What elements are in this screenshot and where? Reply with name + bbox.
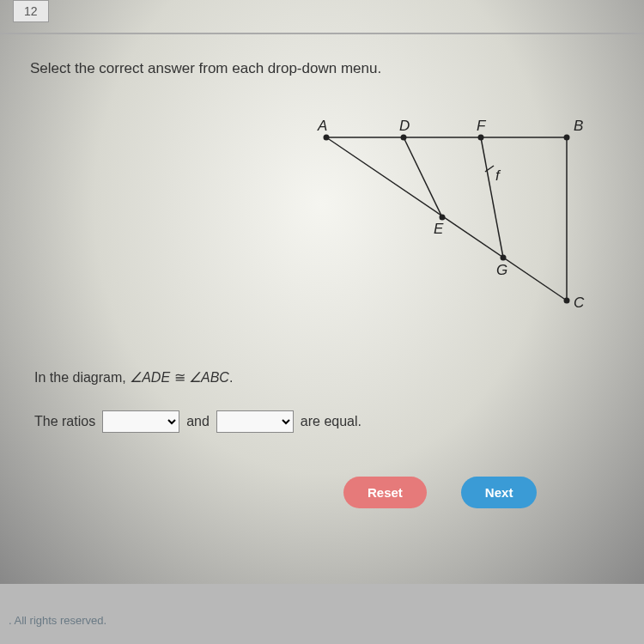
congruent-symbol: ≅ — [170, 370, 189, 385]
ratios-prefix: The ratios — [34, 414, 95, 429]
svg-point-11 — [564, 298, 570, 304]
svg-point-8 — [564, 135, 570, 141]
label-B: B — [574, 118, 583, 134]
svg-line-1 — [326, 137, 567, 301]
svg-point-6 — [401, 135, 407, 141]
button-row: Reset Next — [343, 477, 537, 508]
ratios-and: and — [186, 414, 210, 429]
page-number: 12 — [24, 4, 38, 18]
svg-point-7 — [478, 135, 484, 141]
statement-suffix: . — [229, 370, 233, 385]
svg-line-4 — [481, 137, 503, 258]
instruction-text: Select the correct answer from each drop… — [30, 60, 381, 77]
svg-line-3 — [404, 137, 442, 217]
label-f: f — [495, 167, 501, 184]
svg-point-10 — [501, 255, 507, 261]
label-A: A — [317, 118, 327, 134]
label-F: F — [477, 118, 487, 134]
ratios-suffix: are equal. — [301, 414, 361, 429]
svg-point-5 — [324, 135, 330, 141]
divider — [0, 33, 644, 34]
label-D: D — [399, 118, 410, 134]
statement-prefix: In the diagram, — [34, 370, 130, 385]
ratio-dropdown-2[interactable] — [216, 410, 294, 433]
reset-button[interactable]: Reset — [343, 477, 427, 508]
label-C: C — [574, 295, 585, 311]
footer-text: . All rights reserved. — [9, 614, 106, 627]
angle-ADE: ∠ADE — [130, 370, 170, 385]
next-button[interactable]: Next — [461, 477, 538, 508]
page-number-tab: 12 — [13, 0, 49, 22]
label-E: E — [434, 221, 444, 237]
ratios-sentence: The ratios and are equal. — [34, 410, 361, 433]
svg-point-9 — [440, 215, 446, 221]
triangle-diagram: A D F B E G C f — [292, 112, 601, 318]
angle-ABC: ∠ABC — [189, 370, 229, 385]
ratio-dropdown-1[interactable] — [102, 410, 179, 433]
congruence-statement: In the diagram, ∠ADE ≅ ∠ABC. — [34, 369, 233, 386]
label-G: G — [496, 262, 507, 278]
